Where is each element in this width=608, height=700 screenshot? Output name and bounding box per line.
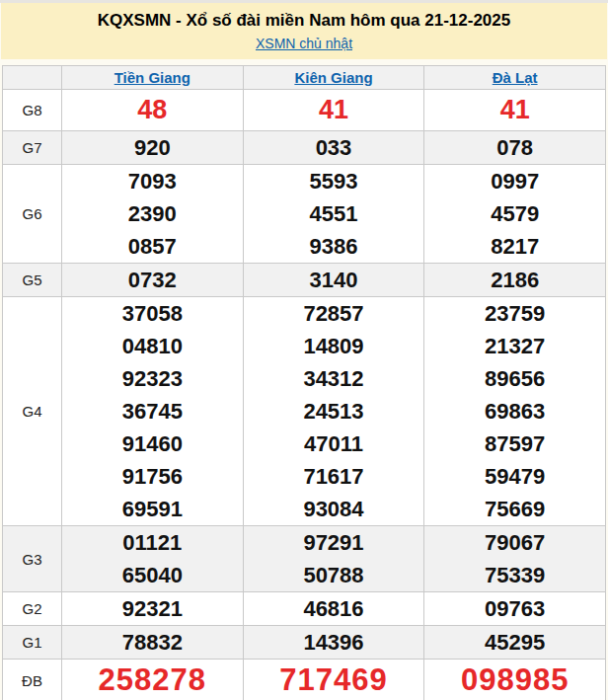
prize-label: G6 [3, 165, 62, 264]
result-cell: 45295 [424, 626, 606, 660]
result-number: 78832 [62, 626, 243, 659]
result-cell: 23759213278965669863875975947975669 [424, 297, 606, 526]
result-number: 34312 [244, 362, 424, 395]
result-number: 65040 [62, 559, 243, 591]
result-cell: 48 [62, 90, 244, 131]
result-number: 0997 [424, 165, 605, 197]
result-number: 91460 [62, 428, 243, 460]
result-number: 89656 [424, 362, 605, 395]
column-header: Đà Lạt [424, 66, 606, 90]
result-number: 72857 [244, 297, 424, 330]
page-header: KQXSMN - Xổ số đài miền Nam hôm qua 21-1… [1, 3, 607, 59]
result-number: 36745 [62, 395, 243, 428]
result-number: 098985 [424, 660, 605, 700]
prize-row: ĐB258278717469098985 [3, 660, 606, 700]
result-number: 41 [244, 90, 424, 130]
result-cell: 72857148093431224513470117161793084 [243, 297, 424, 526]
result-number: 033 [244, 131, 424, 164]
prize-label: G1 [3, 626, 62, 660]
result-number: 14809 [244, 330, 424, 362]
result-cell: 0112165040 [62, 526, 244, 592]
column-header-link[interactable]: Kiên Giang [294, 69, 372, 86]
result-number: 48 [62, 90, 243, 130]
column-header-link[interactable]: Đà Lạt [493, 69, 538, 86]
results-body: G8484141G7920033078G67093239008575593455… [3, 90, 606, 700]
result-number: 79067 [424, 526, 605, 559]
result-cell: 2186 [424, 264, 606, 297]
result-number: 75339 [424, 559, 605, 591]
result-number: 21327 [424, 330, 605, 362]
result-number: 97291 [244, 526, 424, 559]
result-number: 50788 [244, 559, 424, 591]
prize-label: ĐB [3, 660, 62, 700]
result-cell: 41 [243, 90, 424, 131]
prize-row: G3011216504097291507887906775339 [3, 526, 606, 592]
result-number: 5593 [244, 165, 424, 197]
prize-label: G3 [3, 526, 62, 592]
result-cell: 37058048109232336745914609175669591 [62, 297, 244, 526]
column-header: Tiền Giang [62, 66, 244, 90]
result-number: 14396 [244, 626, 424, 659]
prize-label: G5 [3, 264, 62, 297]
subtitle-link[interactable]: XSMN chủ nhật [256, 36, 352, 51]
prize-row: G7920033078 [3, 131, 606, 165]
result-number: 92323 [62, 362, 243, 395]
result-number: 717469 [244, 660, 424, 700]
result-cell: 717469 [243, 660, 424, 700]
result-number: 92321 [62, 592, 243, 625]
result-number: 2186 [424, 264, 605, 296]
results-table: Tiền GiangKiên GiangĐà Lạt G8484141G7920… [2, 65, 606, 700]
prize-label: G4 [3, 297, 62, 526]
result-number: 87597 [424, 428, 605, 460]
result-number: 8217 [424, 230, 605, 263]
result-number: 0857 [62, 230, 243, 263]
prize-row: G6709323900857559345519386099745798217 [3, 165, 606, 264]
result-number: 258278 [62, 660, 243, 700]
result-number: 0732 [62, 264, 243, 296]
prize-row: G437058048109232336745914609175669591728… [3, 297, 606, 526]
result-cell: 098985 [424, 660, 606, 700]
result-number: 37058 [62, 297, 243, 330]
result-number: 45295 [424, 626, 605, 659]
result-number: 7093 [62, 165, 243, 197]
prize-row: G5073231402186 [3, 264, 606, 297]
result-number: 59479 [424, 460, 605, 493]
result-number: 920 [62, 131, 243, 164]
result-number: 24513 [244, 395, 424, 428]
result-cell: 0732 [62, 264, 244, 297]
prize-label: G7 [3, 131, 62, 165]
result-cell: 709323900857 [62, 165, 244, 264]
column-header: Kiên Giang [243, 66, 424, 90]
result-number: 3140 [244, 264, 424, 296]
result-cell: 258278 [62, 660, 244, 700]
result-number: 2390 [62, 197, 243, 230]
result-cell: 559345519386 [243, 165, 424, 264]
page-title: KQXSMN - Xổ số đài miền Nam hôm qua 21-1… [5, 9, 603, 33]
prize-label: G8 [3, 90, 62, 131]
prize-row: G8484141 [3, 90, 606, 131]
result-number: 23759 [424, 297, 605, 330]
result-cell: 7906775339 [424, 526, 606, 592]
result-number: 69591 [62, 493, 243, 525]
result-number: 41 [424, 90, 605, 130]
result-number: 47011 [244, 428, 424, 460]
result-cell: 41 [424, 90, 606, 131]
result-number: 93084 [244, 493, 424, 525]
result-cell: 92321 [62, 592, 244, 626]
result-number: 9386 [244, 230, 424, 263]
result-cell: 920 [62, 131, 244, 165]
result-number: 4579 [424, 197, 605, 230]
table-header-row: Tiền GiangKiên GiangĐà Lạt [3, 66, 606, 90]
result-number: 91756 [62, 460, 243, 493]
result-cell: 078 [424, 131, 606, 165]
result-number: 46816 [244, 592, 424, 625]
result-cell: 3140 [243, 264, 424, 297]
result-cell: 09763 [424, 592, 606, 626]
result-number: 078 [424, 131, 605, 164]
subtitle: XSMN chủ nhật [5, 35, 603, 52]
column-header-link[interactable]: Tiền Giang [114, 69, 190, 86]
prize-row: G1788321439645295 [3, 626, 606, 660]
result-cell: 9729150788 [243, 526, 424, 592]
corner-cell [3, 66, 62, 90]
result-cell: 14396 [243, 626, 424, 660]
